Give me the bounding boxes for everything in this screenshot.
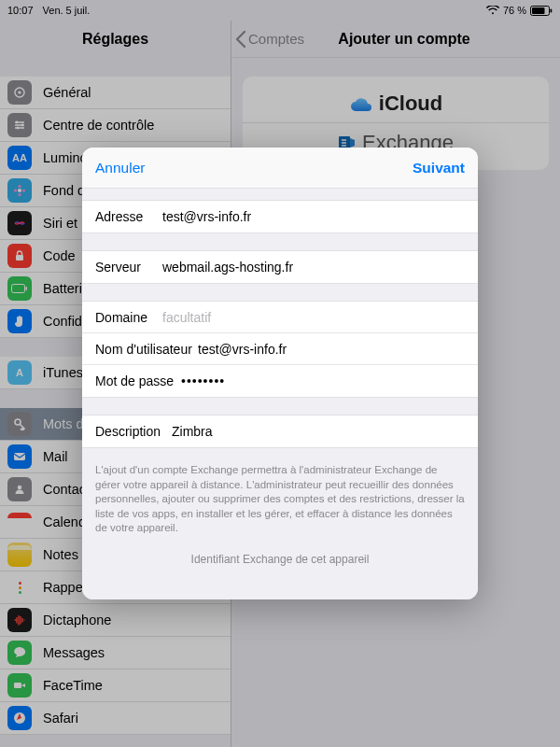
description-row[interactable]: Description Zimbra [82,416,478,447]
username-row[interactable]: Nom d'utilisateur test@vrs-info.fr [82,333,478,365]
description-value: Zimbra [172,424,213,439]
modal-header: Annuler Suivant [82,148,478,189]
server-row[interactable]: Serveur webmail.ags-hosting.fr [82,251,478,283]
cancel-button[interactable]: Annuler [95,160,145,176]
domain-placeholder: facultatif [162,310,211,325]
next-button[interactable]: Suivant [413,160,465,176]
address-label: Adresse [95,209,162,224]
exchange-footer-note: L'ajout d'un compte Exchange permettra à… [82,448,478,536]
server-value: webmail.ags-hosting.fr [162,260,293,275]
address-row[interactable]: Adresse test@vrs-info.fr [82,201,478,233]
username-label: Nom d'utilisateur [95,342,198,357]
password-label: Mot de passe [95,374,181,388]
domain-row[interactable]: Domaine facultatif [82,302,478,333]
domain-label: Domaine [95,310,162,325]
description-label: Description [95,424,172,439]
device-id-button[interactable]: Identifiant Exchange de cet appareil [82,536,478,577]
address-value: test@vrs-info.fr [162,209,251,224]
exchange-config-modal: Annuler Suivant Adresse test@vrs-info.fr… [82,148,478,599]
username-value: test@vrs-info.fr [198,342,287,357]
modal-overlay: Annuler Suivant Adresse test@vrs-info.fr… [0,0,560,747]
password-value: •••••••• [181,374,225,388]
server-label: Serveur [95,260,162,275]
password-row[interactable]: Mot de passe •••••••• [82,365,478,397]
